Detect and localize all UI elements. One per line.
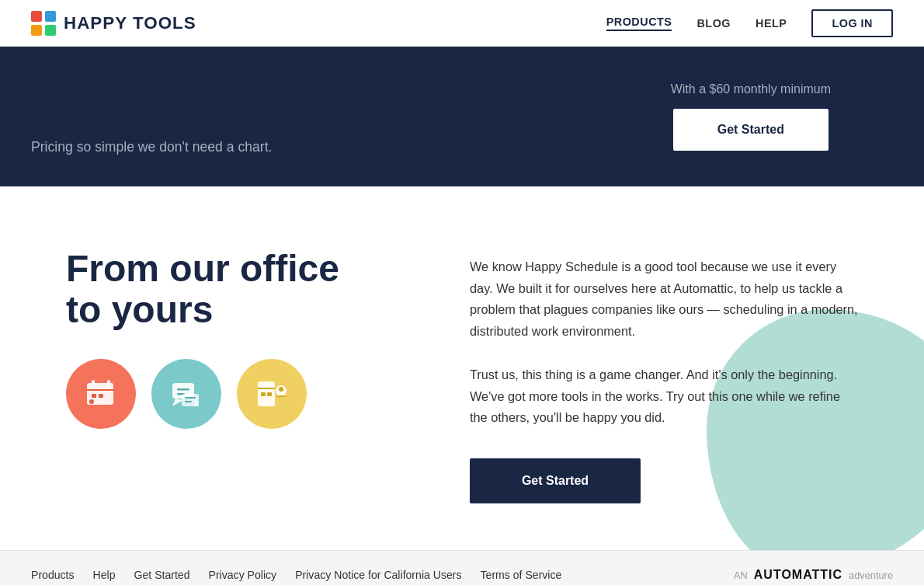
svg-marker-12	[172, 399, 183, 406]
hero-subtitle: Pricing so simple we don't need a chart.	[31, 139, 272, 155]
nav-links: PRODUCTS BLOG HELP LOG IN	[606, 9, 893, 37]
main-left: From our office to yours	[66, 249, 408, 429]
schedule-icon	[81, 374, 121, 414]
nav-help[interactable]: HELP	[756, 17, 787, 30]
hero-cta-button[interactable]: Get Started	[673, 109, 828, 151]
logo[interactable]: HAPPY TOOLS	[31, 11, 196, 36]
svg-rect-17	[185, 397, 196, 399]
svg-point-24	[279, 387, 283, 392]
svg-rect-20	[258, 388, 275, 389]
svg-rect-3	[45, 25, 56, 36]
svg-point-10	[89, 399, 94, 404]
hero-price-text: With a $60 monthly minimum	[671, 82, 831, 96]
svg-rect-13	[177, 388, 189, 391]
main-right: We know Happy Schedule is a good tool be…	[470, 249, 858, 503]
footer-attribution: An AUTOMATTIC adventure	[734, 568, 893, 582]
svg-rect-18	[185, 401, 192, 402]
svg-rect-22	[267, 392, 272, 396]
svg-rect-8	[92, 394, 96, 398]
main-section: From our office to yours	[35, 186, 889, 550]
navbar: HAPPY TOOLS PRODUCTS BLOG HELP LOG IN	[0, 0, 924, 47]
svg-rect-21	[261, 392, 266, 396]
schedule-icon-blob	[66, 359, 136, 429]
nav-products[interactable]: PRODUCTS	[606, 16, 672, 31]
svg-rect-1	[45, 11, 56, 22]
nav-blog[interactable]: BLOG	[696, 17, 731, 30]
svg-rect-6	[107, 380, 110, 386]
hero-left: Pricing so simple we don't need a chart.	[31, 139, 272, 155]
footer-get-started[interactable]: Get Started	[134, 569, 190, 581]
user-schedule-icon	[252, 374, 292, 414]
chat-icon-blob	[151, 359, 221, 429]
hero-right: With a $60 monthly minimum Get Started	[671, 82, 831, 151]
login-button[interactable]: LOG IN	[811, 9, 893, 37]
main-body-2: Trust us, this thing is a game changer. …	[470, 364, 858, 429]
footer-an-text: An	[734, 569, 748, 581]
svg-rect-19	[258, 381, 275, 406]
chat-icon	[166, 374, 207, 414]
logo-text: HAPPY TOOLS	[64, 13, 196, 33]
svg-rect-9	[99, 394, 103, 398]
footer-help[interactable]: Help	[93, 569, 116, 581]
logo-icon	[31, 11, 56, 36]
main-heading: From our office to yours	[66, 249, 408, 331]
footer-links: Products Help Get Started Privacy Policy…	[31, 569, 561, 581]
footer-terms[interactable]: Terms of Service	[481, 569, 562, 581]
svg-rect-5	[92, 380, 95, 386]
icons-row	[66, 359, 408, 429]
main-cta-button[interactable]: Get Started	[470, 458, 641, 503]
footer-privacy-policy[interactable]: Privacy Policy	[209, 569, 277, 581]
footer: Products Help Get Started Privacy Policy…	[0, 550, 924, 585]
heading-line2: to yours	[66, 289, 213, 330]
main-body-1: We know Happy Schedule is a good tool be…	[470, 256, 858, 343]
footer-products[interactable]: Products	[31, 569, 75, 581]
svg-rect-0	[31, 11, 42, 22]
heading-line1: From our office	[66, 248, 339, 289]
footer-adventure-text: adventure	[849, 569, 893, 581]
user-icon-blob	[237, 359, 307, 429]
hero-section: Pricing so simple we don't need a chart.…	[0, 47, 924, 186]
svg-rect-2	[31, 25, 42, 36]
svg-rect-7	[87, 389, 113, 391]
footer-automattic-text: AUTOMATTIC	[754, 568, 842, 582]
footer-privacy-california[interactable]: Privacy Notice for California Users	[295, 569, 461, 581]
